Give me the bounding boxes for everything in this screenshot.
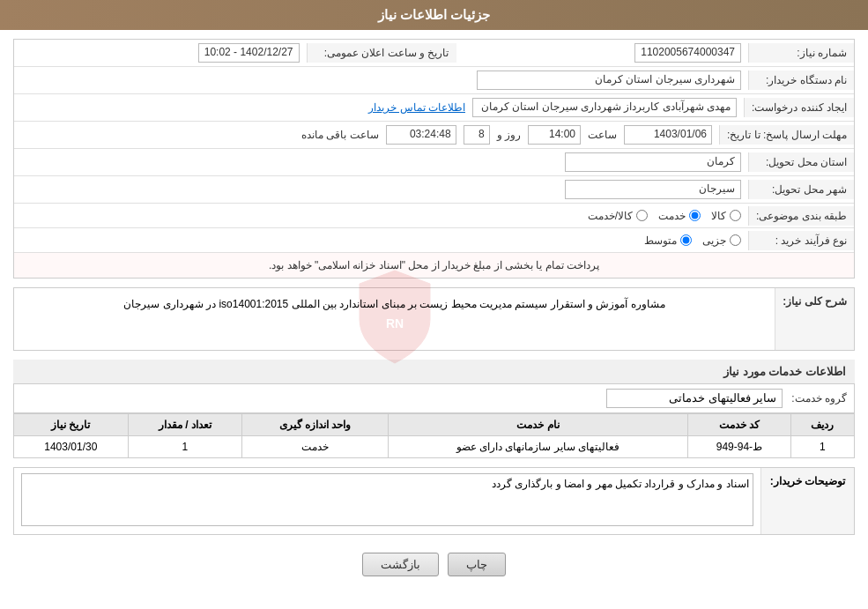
announcement-date-value: 1402/12/27 - 10:02 [14,40,307,66]
province-box: کرمان [565,152,741,172]
page-title: جزئیات اطلاعات نیاز [378,7,490,22]
buyer-notes-section: توضیحات خریدار: اسناد و مدارک و قرارداد … [13,467,855,535]
services-section: ردیف کد خدمت نام خدمت واحد اندازه گیری ت… [13,413,855,458]
radio-kala-khedmat: کالا/خدمت [588,210,648,222]
province-value: کرمان [14,149,748,175]
radio-motavaset-label: متوسط [644,234,677,247]
request-number-value: 1102005674000347 [456,40,749,66]
contact-link[interactable]: اطلاعات تماس خریدار [368,101,465,114]
city-box: سیرجان [565,180,741,199]
category-value: کالا خدمت کالا/خدمت [14,206,748,226]
radio-motavaset: متوسط [644,234,692,247]
radio-kala-input[interactable] [730,210,741,221]
buyer-notes-textarea[interactable] [21,473,753,526]
col-header-qty: تعداد / مقدار [128,414,241,436]
table-header-row: ردیف کد خدمت نام خدمت واحد اندازه گیری ت… [14,414,855,436]
process-label: نوع فرآیند خرید : [748,231,854,250]
category-label: طبقه بندی موضوعی: [748,206,854,226]
announcement-date-box: 1402/12/27 - 10:02 [198,43,300,63]
print-button[interactable]: چاپ [448,553,506,576]
shield-watermark: RN [342,266,448,372]
deadline-label: مهلت ارسال پاسخ: تا تاریخ: [719,125,854,145]
cell-name-1: فعالیتهای سایر سازمانهای دارای عضو [388,436,687,458]
city-label: شهر محل تحویل: [748,180,854,199]
province-label: استان محل تحویل: [748,152,854,172]
request-number-label: شماره نیاز: [748,43,854,63]
radio-motavaset-input[interactable] [680,234,692,246]
col-header-code: کد خدمت [688,414,791,436]
city-value: سیرجان [14,176,748,203]
description-label: شرح کلی نیاز: [775,288,854,350]
col-header-name: نام خدمت [388,414,687,436]
description-text: مشاوره آموزش و استقرار سیستم مدیریت محیط… [21,295,768,315]
svg-text:RN: RN [385,316,403,330]
services-table: ردیف کد خدمت نام خدمت واحد اندازه گیری ت… [13,413,855,458]
row-deadline: مهلت ارسال پاسخ: تا تاریخ: 1403/01/06 سا… [14,122,854,149]
buyer-org-value: شهرداری سیرجان استان کرمان [14,67,748,93]
row-category: طبقه بندی موضوعی: کالا خدمت [14,204,854,228]
main-content: شماره نیاز: 1102005674000347 تاریخ و ساع… [0,30,868,594]
row-request-number: شماره نیاز: 1102005674000347 تاریخ و ساع… [14,40,854,67]
radio-kala-khedmat-label: کالا/خدمت [588,210,633,222]
buyer-notes-content: اسناد و مدارک و قرارداد تکمیل مهر و امضا… [14,468,760,534]
radio-kala: کالا [711,210,741,222]
row-buyer-org: نام دستگاه خریدار: شهرداری سیرجان استان … [14,67,854,94]
info-section: شماره نیاز: 1102005674000347 تاریخ و ساع… [13,39,855,279]
cell-date-1: 1403/01/30 [14,436,129,458]
deadline-remaining-label: ساعت باقی مانده [301,129,379,141]
cell-code-1: ط-94-949 [688,436,791,458]
radio-kala-label: کالا [711,210,726,222]
radio-khedmat: خدمت [658,210,701,222]
announcement-date-label: تاریخ و ساعت اعلان عمومی: [307,43,456,63]
creator-box: مهدی شهرآبادی کاربرداز شهرداری سیرجان اس… [472,98,737,117]
buyer-org-label: نام دستگاه خریدار: [748,71,854,90]
radio-kala-khedmat-input[interactable] [636,210,648,221]
service-group-row: گروه خدمت: سایر فعالیتهای خدماتی [13,384,855,413]
radio-khedmat-label: خدمت [658,210,686,222]
buyer-notes-label: توضیحات خریدار: [760,468,854,534]
deadline-remaining-box: 03:24:48 [386,125,456,145]
radio-jozvi: جزیی [702,234,741,247]
radio-jozvi-input[interactable] [730,234,741,246]
cell-row-1: 1 [790,436,854,458]
deadline-date-box: 1403/01/06 [624,125,712,145]
description-content: RN مشاوره آموزش و استقرار سیستم مدیریت م… [14,288,775,350]
process-value: جزیی متوسط [14,231,748,250]
buyer-org-box: شهرداری سیرجان استان کرمان [477,71,741,90]
page-header: جزئیات اطلاعات نیاز [0,0,868,30]
back-button[interactable]: بازگشت [362,553,439,576]
page-container: جزئیات اطلاعات نیاز شماره نیاز: 11020056… [0,0,868,609]
col-header-date: تاریخ نیاز [14,414,129,436]
deadline-time-label: ساعت [588,129,617,141]
row-province: استان محل تحویل: کرمان [14,149,854,176]
creator-label: ایجاد کننده درخواست: [744,98,854,117]
service-group-label: گروه خدمت: [791,392,847,405]
row-creator: ایجاد کننده درخواست: مهدی شهرآبادی کاربر… [14,94,854,122]
cell-qty-1: 1 [128,436,241,458]
deadline-days-label: روز و [497,129,521,141]
deadline-value: 1403/01/06 ساعت 14:00 روز و 8 03:24:48 س… [14,122,719,148]
radio-jozvi-label: جزیی [702,234,726,247]
buttons-row: چاپ بازگشت [13,544,855,585]
deadline-time-box: 14:00 [528,125,581,145]
cell-unit-1: خدمت [242,436,389,458]
row-process: نوع فرآیند خرید : جزیی متوسط [14,228,854,253]
creator-value: مهدی شهرآبادی کاربرداز شهرداری سیرجان اس… [14,94,744,121]
request-number-box: 1102005674000347 [634,43,741,63]
col-header-unit: واحد اندازه گیری [242,414,389,436]
service-group-box: سایر فعالیتهای خدماتی [606,389,783,408]
deadline-days-box: 8 [464,125,490,145]
radio-khedmat-input[interactable] [689,210,701,221]
table-row: 1 ط-94-949 فعالیتهای سایر سازمانهای دارا… [14,436,855,458]
row-city: شهر محل تحویل: سیرجان [14,176,854,204]
col-header-row: ردیف [790,414,854,436]
description-section: شرح کلی نیاز: RN مشاوره آموزش و استقرار … [13,287,855,351]
